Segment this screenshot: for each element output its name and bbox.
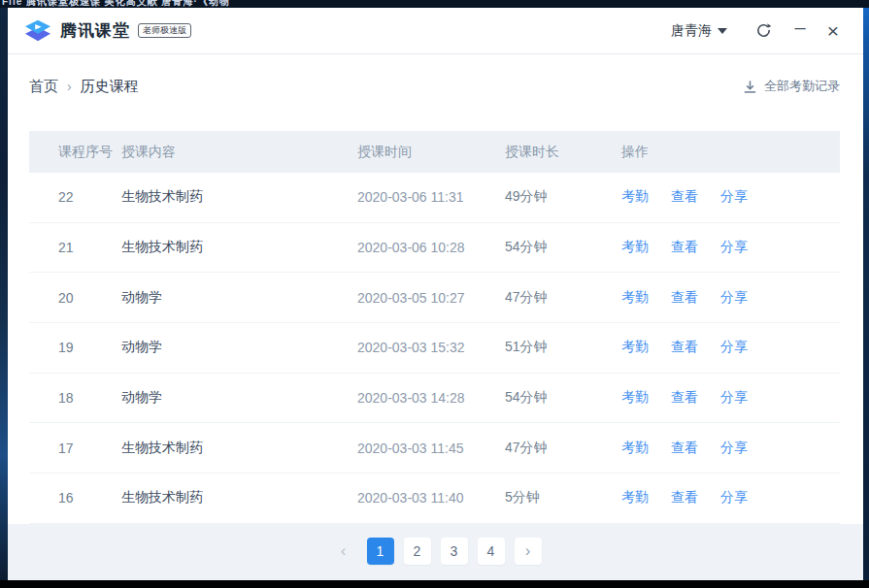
cell-actions: 考勤查看分享 bbox=[621, 239, 840, 256]
breadcrumb-current: 历史课程 bbox=[81, 78, 139, 96]
background-window-left-edge bbox=[0, 8, 8, 580]
cell-duration: 54分钟 bbox=[505, 389, 621, 407]
cell-course-no: 18 bbox=[58, 390, 121, 406]
cell-content: 动物学 bbox=[121, 389, 357, 407]
app-title: 腾讯课堂 bbox=[60, 19, 130, 42]
page-button-4[interactable]: 4 bbox=[478, 538, 505, 565]
cell-actions: 考勤查看分享 bbox=[621, 188, 840, 206]
cell-course-no: 22 bbox=[58, 189, 121, 205]
cell-course-no: 16 bbox=[58, 490, 121, 506]
username: 唐青海 bbox=[671, 22, 712, 40]
cell-course-no: 21 bbox=[58, 240, 121, 255]
action-attendance-link[interactable]: 考勤 bbox=[621, 289, 649, 307]
header-actions: 操作 bbox=[621, 144, 840, 161]
table-row: 21生物技术制药2020-03-06 10:2854分钟考勤查看分享 bbox=[29, 223, 840, 274]
table-row: 22生物技术制药2020-03-06 11:3149分钟考勤查看分享 bbox=[29, 173, 840, 223]
cell-time: 2020-03-03 14:28 bbox=[357, 390, 505, 406]
cell-course-no: 17 bbox=[58, 441, 121, 456]
chevron-down-icon bbox=[718, 28, 727, 34]
cell-time: 2020-03-05 10:27 bbox=[357, 290, 505, 306]
background-window-title: File 腾讯课堂极速课 美化高义献 唐青海·《动物 bbox=[2, 0, 230, 8]
course-table: 课程序号 授课内容 授课时间 授课时长 操作 22生物技术制药2020-03-0… bbox=[29, 131, 840, 524]
table-row: 18动物学2020-03-03 14:2854分钟考勤查看分享 bbox=[29, 374, 840, 424]
edition-badge: 老师极速版 bbox=[138, 23, 191, 38]
table-row: 20动物学2020-03-05 10:2747分钟考勤查看分享 bbox=[29, 273, 840, 323]
header-content: 授课内容 bbox=[121, 144, 357, 161]
background-window-titlebar: File 腾讯课堂极速课 美化高义献 唐青海·《动物 bbox=[0, 0, 869, 8]
cell-content: 动物学 bbox=[121, 289, 357, 307]
download-icon bbox=[743, 80, 757, 94]
action-view-link[interactable]: 查看 bbox=[671, 239, 698, 256]
table-row: 19动物学2020-03-03 15:3251分钟考勤查看分享 bbox=[29, 323, 840, 374]
cell-time: 2020-03-03 15:32 bbox=[357, 340, 505, 355]
action-attendance-link[interactable]: 考勤 bbox=[621, 339, 649, 356]
cell-actions: 考勤查看分享 bbox=[621, 339, 840, 356]
page-button-1[interactable]: 1 bbox=[367, 538, 394, 565]
pagination-pages: 1234 bbox=[367, 538, 505, 565]
all-attendance-records-link[interactable]: 全部考勤记录 bbox=[743, 78, 840, 95]
action-share-link[interactable]: 分享 bbox=[720, 389, 748, 407]
action-share-link[interactable]: 分享 bbox=[720, 440, 748, 457]
titlebar: 腾讯课堂 老师极速版 唐青海 – × bbox=[8, 8, 863, 54]
header-course-no: 课程序号 bbox=[58, 144, 121, 161]
previous-page-button[interactable]: ‹ bbox=[330, 538, 357, 565]
table-header-row: 课程序号 授课内容 授课时间 授课时长 操作 bbox=[29, 131, 840, 173]
action-attendance-link[interactable]: 考勤 bbox=[621, 489, 649, 506]
cell-duration: 49分钟 bbox=[505, 188, 621, 206]
all-attendance-records-label: 全部考勤记录 bbox=[764, 78, 840, 95]
action-view-link[interactable]: 查看 bbox=[671, 289, 698, 307]
action-view-link[interactable]: 查看 bbox=[671, 389, 698, 407]
action-attendance-link[interactable]: 考勤 bbox=[621, 239, 649, 256]
table-body: 22生物技术制药2020-03-06 11:3149分钟考勤查看分享21生物技术… bbox=[29, 173, 840, 524]
action-share-link[interactable]: 分享 bbox=[720, 289, 748, 307]
action-attendance-link[interactable]: 考勤 bbox=[621, 440, 649, 457]
table-row: 16生物技术制药2020-03-03 11:405分钟考勤查看分享 bbox=[29, 474, 840, 524]
next-page-button[interactable]: › bbox=[515, 538, 542, 565]
cell-time: 2020-03-03 11:40 bbox=[357, 490, 505, 506]
action-view-link[interactable]: 查看 bbox=[671, 440, 698, 457]
app-window: 腾讯课堂 老师极速版 唐青海 – × 首页 › 历史课程 bbox=[8, 8, 863, 580]
cell-time: 2020-03-03 11:45 bbox=[357, 441, 505, 456]
cell-content: 生物技术制药 bbox=[121, 489, 357, 506]
table-row: 17生物技术制药2020-03-03 11:4547分钟考勤查看分享 bbox=[29, 423, 840, 474]
close-button[interactable]: × bbox=[819, 16, 848, 46]
breadcrumb-home[interactable]: 首页 bbox=[29, 78, 58, 96]
action-share-link[interactable]: 分享 bbox=[720, 489, 748, 506]
cell-content: 生物技术制药 bbox=[121, 440, 357, 457]
page-button-2[interactable]: 2 bbox=[404, 538, 431, 565]
cell-content: 生物技术制药 bbox=[121, 239, 357, 256]
user-menu[interactable]: 唐青海 bbox=[671, 22, 727, 40]
cell-content: 生物技术制药 bbox=[121, 188, 357, 206]
action-share-link[interactable]: 分享 bbox=[720, 239, 748, 256]
background-window-right-edge bbox=[863, 8, 869, 580]
action-share-link[interactable]: 分享 bbox=[720, 188, 748, 206]
cell-time: 2020-03-06 10:28 bbox=[357, 240, 505, 255]
header-duration: 授课时长 bbox=[505, 144, 621, 161]
action-attendance-link[interactable]: 考勤 bbox=[621, 188, 649, 206]
pagination: ‹ 1234 › bbox=[8, 538, 863, 565]
refresh-icon bbox=[755, 22, 772, 39]
action-view-link[interactable]: 查看 bbox=[671, 188, 698, 206]
action-share-link[interactable]: 分享 bbox=[720, 339, 748, 356]
action-view-link[interactable]: 查看 bbox=[671, 489, 698, 506]
cell-duration: 51分钟 bbox=[505, 339, 621, 356]
page-button-3[interactable]: 3 bbox=[441, 538, 468, 565]
cell-duration: 54分钟 bbox=[505, 239, 621, 256]
cell-duration: 47分钟 bbox=[505, 289, 621, 307]
background-taskbar-edge bbox=[0, 580, 869, 588]
action-attendance-link[interactable]: 考勤 bbox=[621, 389, 649, 407]
cell-actions: 考勤查看分享 bbox=[621, 289, 840, 307]
cell-actions: 考勤查看分享 bbox=[621, 489, 840, 506]
cell-course-no: 20 bbox=[58, 290, 121, 306]
cell-course-no: 19 bbox=[58, 340, 121, 355]
cell-time: 2020-03-06 11:31 bbox=[357, 189, 505, 205]
header-time: 授课时间 bbox=[357, 144, 505, 161]
cell-duration: 5分钟 bbox=[505, 489, 621, 506]
tencent-classroom-logo-icon bbox=[23, 18, 52, 44]
minimize-button[interactable]: – bbox=[785, 16, 815, 46]
breadcrumb: 首页 › 历史课程 全部考勤记录 bbox=[29, 76, 840, 97]
cell-actions: 考勤查看分享 bbox=[621, 440, 840, 457]
refresh-button[interactable] bbox=[749, 16, 778, 46]
action-view-link[interactable]: 查看 bbox=[671, 339, 698, 356]
screen: File 腾讯课堂极速课 美化高义献 唐青海·《动物 腾讯课堂 老师极速版 唐青… bbox=[0, 0, 869, 588]
